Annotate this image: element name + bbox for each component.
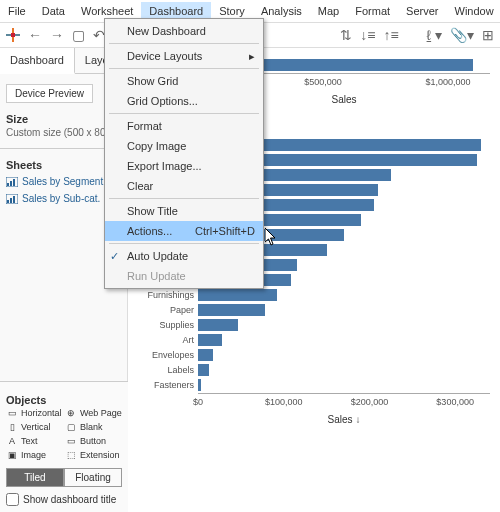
bar-fill xyxy=(198,304,265,316)
menu-item-format[interactable]: Format xyxy=(105,116,263,136)
axis-tick: $0 xyxy=(193,397,203,407)
svg-rect-8 xyxy=(13,179,15,186)
menu-item-show-title[interactable]: Show Title xyxy=(105,201,263,221)
menu-item-auto-update[interactable]: Auto Update✓ xyxy=(105,246,263,266)
svg-rect-7 xyxy=(10,181,12,186)
object-web-page[interactable]: ⊕Web Page xyxy=(65,408,122,418)
bar-row[interactable]: Art xyxy=(138,333,490,347)
bar-label: Furnishings xyxy=(138,290,198,300)
worksheet-icon xyxy=(6,194,18,204)
menu-item-grid-options-[interactable]: Grid Options... xyxy=(105,91,263,111)
object-horizontal[interactable]: ▭Horizontal xyxy=(6,408,63,418)
object-icon: ⊕ xyxy=(65,408,77,418)
menu-file[interactable]: File xyxy=(0,2,34,20)
menu-item-run-update: Run Update xyxy=(105,266,263,286)
highlight-icon[interactable]: ℓ ▾ xyxy=(427,27,442,43)
object-vertical[interactable]: ▯Vertical xyxy=(6,422,63,432)
bar-fill xyxy=(198,364,209,376)
object-icon: ⬚ xyxy=(65,450,77,460)
svg-rect-1 xyxy=(6,34,11,36)
bar-row[interactable]: Supplies xyxy=(138,318,490,332)
bar-row[interactable]: Fasteners xyxy=(138,378,490,392)
svg-rect-11 xyxy=(10,198,12,203)
dashboard-menu-dropdown: New DashboardDevice Layouts▸Show GridGri… xyxy=(104,18,264,289)
tab-dashboard[interactable]: Dashboard xyxy=(0,48,75,74)
menu-item-actions-[interactable]: Actions...Ctrl+Shift+D xyxy=(105,221,263,241)
axis-tick: $100,000 xyxy=(265,397,303,407)
worksheet-icon xyxy=(6,177,18,187)
object-icon: ▢ xyxy=(65,422,77,432)
menu-window[interactable]: Window xyxy=(447,2,501,20)
show-title-label: Show dashboard title xyxy=(23,494,116,505)
bar-label: Supplies xyxy=(138,320,198,330)
svg-rect-6 xyxy=(7,183,9,186)
bar-fill xyxy=(198,349,213,361)
bar-row[interactable]: Furnishings xyxy=(138,288,490,302)
menu-map[interactable]: Map xyxy=(310,2,347,20)
svg-rect-12 xyxy=(13,196,15,203)
object-image[interactable]: ▣Image xyxy=(6,450,63,460)
bar-row[interactable]: Labels xyxy=(138,363,490,377)
bar-fill xyxy=(198,334,222,346)
cursor-icon xyxy=(265,228,279,249)
svg-rect-10 xyxy=(7,200,9,203)
menu-item-device-layouts[interactable]: Device Layouts▸ xyxy=(105,46,263,66)
bar-fill xyxy=(198,319,238,331)
show-dashboard-title-checkbox[interactable]: Show dashboard title xyxy=(6,493,122,506)
swap-icon[interactable]: ⇅ xyxy=(340,27,352,43)
fit-icon[interactable]: ⊞ xyxy=(482,27,494,43)
tableau-logo-icon xyxy=(6,28,20,42)
object-icon: ▯ xyxy=(6,422,18,432)
object-icon: A xyxy=(6,436,18,446)
menu-format[interactable]: Format xyxy=(347,2,398,20)
menu-item-new-dashboard[interactable]: New Dashboard xyxy=(105,21,263,41)
objects-panel: Objects ▭Horizontal⊕Web Page▯Vertical▢Bl… xyxy=(0,381,128,512)
bar-label: Paper xyxy=(138,305,198,315)
svg-rect-4 xyxy=(11,33,15,37)
sort-asc-icon[interactable]: ↓≡ xyxy=(360,27,375,43)
bar-label: Envelopes xyxy=(138,350,198,360)
svg-rect-0 xyxy=(12,28,14,33)
floating-button[interactable]: Floating xyxy=(64,468,122,487)
object-button[interactable]: ▭Button xyxy=(65,436,122,446)
back-icon[interactable]: ← xyxy=(28,27,42,43)
bar-label: Art xyxy=(138,335,198,345)
axis-tick: $1,000,000 xyxy=(425,77,470,87)
tiled-button[interactable]: Tiled xyxy=(6,468,64,487)
attachment-icon[interactable]: 📎▾ xyxy=(450,27,474,43)
menu-item-export-image-[interactable]: Export Image... xyxy=(105,156,263,176)
object-blank[interactable]: ▢Blank xyxy=(65,422,122,432)
show-title-input[interactable] xyxy=(6,493,19,506)
menu-item-copy-image[interactable]: Copy Image xyxy=(105,136,263,156)
object-icon: ▭ xyxy=(65,436,77,446)
bar-fill xyxy=(198,379,201,391)
object-icon: ▭ xyxy=(6,408,18,418)
device-preview-button[interactable]: Device Preview xyxy=(6,84,93,103)
svg-rect-3 xyxy=(12,37,14,42)
object-icon: ▣ xyxy=(6,450,18,460)
x-axis: $0$100,000$200,000$300,000 xyxy=(198,393,490,413)
objects-title: Objects xyxy=(6,394,122,406)
svg-rect-2 xyxy=(15,34,20,36)
axis-tick: $300,000 xyxy=(436,397,474,407)
axis-tick: $500,000 xyxy=(304,77,342,87)
object-extension[interactable]: ⬚Extension xyxy=(65,450,122,460)
menu-server[interactable]: Server xyxy=(398,2,446,20)
axis-label: Sales ↓ xyxy=(198,414,490,425)
bar-label: Fasteners xyxy=(138,380,198,390)
axis-tick: $200,000 xyxy=(351,397,389,407)
object-text[interactable]: AText xyxy=(6,436,63,446)
bar-row[interactable]: Paper xyxy=(138,303,490,317)
bar-row[interactable]: Envelopes xyxy=(138,348,490,362)
save-icon[interactable]: ▢ xyxy=(72,27,85,43)
menu-item-show-grid[interactable]: Show Grid xyxy=(105,71,263,91)
menu-data[interactable]: Data xyxy=(34,2,73,20)
menu-item-clear[interactable]: Clear xyxy=(105,176,263,196)
bar-label: Labels xyxy=(138,365,198,375)
bar-fill xyxy=(198,289,277,301)
sort-desc-icon[interactable]: ↑≡ xyxy=(383,27,398,43)
forward-icon[interactable]: → xyxy=(50,27,64,43)
